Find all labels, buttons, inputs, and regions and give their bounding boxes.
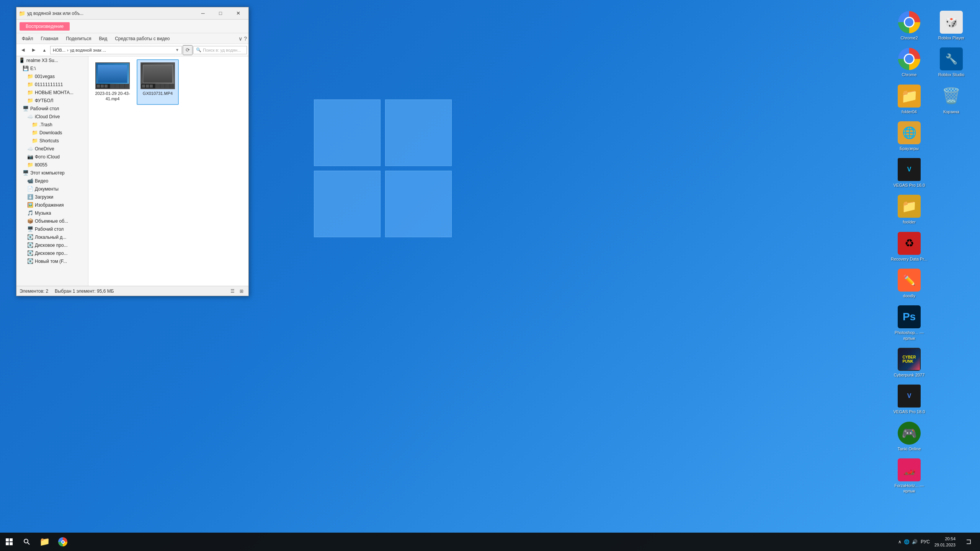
- address-path[interactable]: НОВ... › уд водяной знак ... ▼: [50, 46, 182, 54]
- tray-expand[interactable]: ∧: [898, 539, 902, 544]
- desktop-icon-photoshop[interactable]: Ps Photoshop... — ярлык: [888, 302, 930, 344]
- desktop-icon-doodly[interactable]: ✏️ doodly: [888, 266, 930, 302]
- doodly-label: doodly: [903, 293, 915, 298]
- nav-icon-rabochiy-stol: 🖥️: [27, 226, 33, 232]
- minimize-button[interactable]: ─: [194, 7, 212, 20]
- windows-logo: [314, 99, 452, 237]
- svg-line-5: [28, 543, 29, 544]
- nav-item-disk1[interactable]: 💽 Дисковое про...: [16, 241, 88, 249]
- title-bar-icon: 📁: [18, 10, 26, 17]
- nav-item-e-drive[interactable]: 💾 E:\: [16, 64, 88, 72]
- path-separator-1: ›: [67, 48, 69, 52]
- taskbar-folder-icon: 📁: [39, 537, 50, 547]
- nav-item-desktop[interactable]: 🖥️ Рабочий стол: [16, 104, 88, 112]
- nav-label-icloud: iCloud Drive: [35, 114, 60, 119]
- up-button[interactable]: ▲: [39, 45, 49, 55]
- nav-item-zagruzki[interactable]: ⬇️ Загрузки: [16, 193, 88, 201]
- desktop-icon-vegas18[interactable]: V VEGAS Pro 18.0: [888, 381, 930, 417]
- nav-label-novye: НОВЫЕ МОНТА...: [35, 90, 74, 95]
- nav-item-001vegas[interactable]: 📁 001vegas: [16, 72, 88, 80]
- nav-item-documents[interactable]: 📄 Документы: [16, 185, 88, 193]
- search-bar[interactable]: 🔍 Поиск в: уд водян...: [193, 46, 247, 54]
- ribbon-play-bar: Воспроизведение: [16, 20, 248, 33]
- nav-label-shortcuts: Shortcuts: [39, 138, 59, 143]
- refresh-button[interactable]: ⟳: [183, 45, 193, 55]
- desktop-icon-chrome2[interactable]: Chrome2: [888, 8, 930, 44]
- svg-point-4: [24, 539, 28, 543]
- nav-item-novye[interactable]: 📁 НОВЫЕ МОНТА...: [16, 88, 88, 96]
- title-bar-text: уд водяной знак или объ...: [27, 11, 194, 16]
- nav-item-onedrive[interactable]: ☁️ OneDrive: [16, 145, 88, 153]
- nav-item-shortcuts[interactable]: 📁 Shortcuts: [16, 137, 88, 145]
- notification-button[interactable]: [960, 533, 977, 550]
- nav-item-this-computer[interactable]: 🖥️ Этот компьютер: [16, 169, 88, 177]
- desktop-icon-recovery[interactable]: ♻ Recovery Data Pr...: [888, 229, 930, 265]
- nav-item-downloads[interactable]: 📁 Downloads: [16, 129, 88, 137]
- taskbar-search-button[interactable]: [18, 533, 35, 550]
- desktop-icon-foolder[interactable]: 📁 foolder: [888, 192, 930, 228]
- tray-volume-icon[interactable]: 🔊: [912, 539, 918, 544]
- nav-item-video[interactable]: 📹 Видео: [16, 177, 88, 185]
- vegas16-icon: V: [898, 158, 921, 181]
- navigation-tree: 📱 realme X3 Su... 💾 E:\ 📁 001vegas 📁 011…: [16, 56, 88, 286]
- menu-view[interactable]: Вид: [95, 35, 111, 42]
- menu-tools[interactable]: Средства работы с видео: [111, 35, 173, 42]
- help-button[interactable]: ?: [244, 36, 247, 42]
- desktop-icon-folder04[interactable]: 📁 folder04: [888, 82, 930, 117]
- title-bar: 📁 уд водяной знак или объ... ─ □ ✕: [16, 7, 248, 20]
- maximize-button[interactable]: □: [212, 7, 229, 20]
- nav-icon-trash: 📁: [32, 122, 38, 127]
- start-button[interactable]: [0, 533, 18, 551]
- nav-item-new-volume[interactable]: 💽 Новый том (F...: [16, 257, 88, 265]
- taskbar-chrome-item[interactable]: [54, 533, 71, 550]
- taskbar-language[interactable]: РУС: [921, 539, 930, 544]
- nav-item-foto-icloud[interactable]: 📷 Фото iCloud: [16, 153, 88, 161]
- taskbar-file-explorer[interactable]: 📁: [36, 533, 53, 550]
- nav-icon-shortcuts: 📁: [32, 138, 38, 143]
- desktop-icon-forza[interactable]: 🏎️ ForzaHoriz... — ярлык: [888, 455, 930, 497]
- taskbar-clock[interactable]: 20:54 29.01.2023: [931, 536, 959, 548]
- desktop-icon-chrome[interactable]: Chrome: [888, 44, 930, 80]
- nav-item-futbol[interactable]: 📁 ФУТБОЛ: [16, 96, 88, 104]
- menu-home[interactable]: Главная: [37, 35, 62, 42]
- taskbar-time-value: 20:54: [934, 536, 956, 542]
- nav-item-disk2[interactable]: 💽 Дисковое про...: [16, 249, 88, 257]
- nav-item-icloud[interactable]: ☁️ iCloud Drive: [16, 112, 88, 121]
- photoshop-label: Photoshop... — ярлык: [890, 330, 928, 341]
- nav-item-music[interactable]: 🎵 Музыка: [16, 209, 88, 217]
- desktop-icon-roblox-player[interactable]: 🎲 Roblox Player: [930, 8, 972, 44]
- nav-item-images[interactable]: 🖼️ Изображения: [16, 201, 88, 209]
- play-button[interactable]: Воспроизведение: [20, 22, 70, 31]
- nav-icon-onedrive: ☁️: [27, 146, 33, 152]
- file-item-1[interactable]: 2023-01-29 20-43-41.mp4: [91, 59, 134, 105]
- cyberpunk-icon: CYBERPUNK: [898, 348, 921, 371]
- nav-item-trash[interactable]: 📁 .Trash: [16, 121, 88, 129]
- desktop-icon-cyberpunk[interactable]: CYBERPUNK Cyberpunk 2077: [888, 345, 930, 381]
- menu-file[interactable]: Файл: [18, 35, 37, 42]
- nav-item-3d[interactable]: 📦 Объемные об...: [16, 217, 88, 225]
- back-button[interactable]: ◀: [18, 45, 28, 55]
- nav-item-01111[interactable]: 📁 01111111111: [16, 80, 88, 88]
- desktop-icon-tanki[interactable]: 🎮 Tanki Online: [888, 419, 930, 455]
- forward-button[interactable]: ▶: [29, 45, 39, 55]
- nav-icon-local-d: 💽: [27, 234, 33, 240]
- desktop-icon-recycle[interactable]: 🗑️ Корзина: [930, 82, 972, 117]
- desktop-icon-brauzery[interactable]: 🌐 Браузеры: [888, 118, 930, 154]
- nav-icon-lt0055: 📁: [27, 162, 33, 168]
- path-dropdown[interactable]: ▼: [175, 48, 179, 52]
- list-view-button[interactable]: ☰: [229, 287, 236, 295]
- grid-view-button[interactable]: ⊞: [238, 287, 245, 295]
- desktop-icon-vegas16[interactable]: V VEGAS Pro 16.0: [888, 155, 930, 191]
- svg-rect-3: [10, 542, 13, 545]
- menu-share[interactable]: Поделиться: [62, 35, 95, 42]
- nav-item-rabochiy-stol[interactable]: 🖥️ Рабочий стол: [16, 225, 88, 233]
- nav-item-local-d[interactable]: 💽 Локальный д...: [16, 233, 88, 241]
- ribbon-toggle[interactable]: ∨: [238, 36, 242, 42]
- file-name-1: 2023-01-29 20-43-41.mp4: [95, 91, 131, 102]
- nav-icon-futbol: 📁: [27, 98, 33, 103]
- nav-item-lt0055[interactable]: 📁 lt0055: [16, 161, 88, 169]
- close-button[interactable]: ✕: [229, 7, 247, 20]
- nav-item-realme[interactable]: 📱 realme X3 Su...: [16, 56, 88, 64]
- file-item-2[interactable]: GX010731.MP4: [137, 59, 179, 105]
- desktop-icon-roblox-studio[interactable]: 🔧 Roblox Studio: [930, 44, 972, 80]
